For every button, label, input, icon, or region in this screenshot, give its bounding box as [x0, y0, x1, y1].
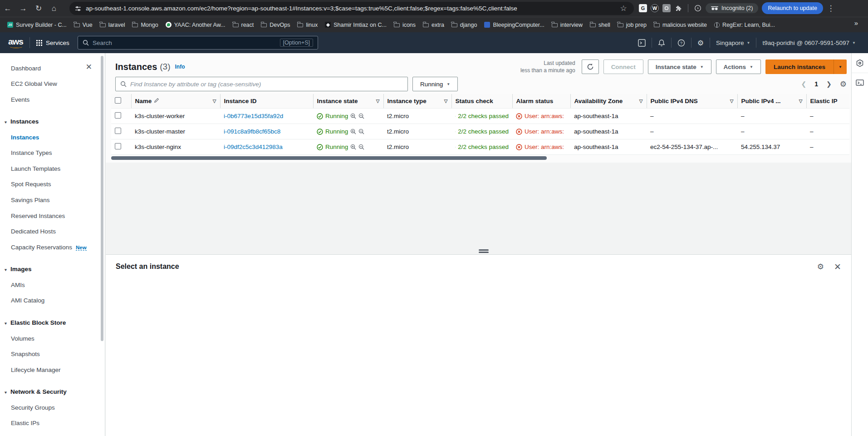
instance-id-link[interactable]: i-091c8a9fb8cf65bc8 [224, 128, 280, 135]
zoom-in-filter-icon[interactable] [350, 129, 356, 134]
next-page-icon[interactable]: ❯ [826, 80, 832, 88]
actions-button[interactable]: Actions▼ [716, 59, 761, 74]
current-page[interactable]: 1 [814, 80, 818, 88]
zoom-in-filter-icon[interactable] [350, 144, 356, 150]
col-name[interactable]: Name▽ [131, 94, 220, 109]
region-selector[interactable]: Singapore ▼ [710, 32, 756, 53]
sidebar-item[interactable]: ▼AMI Catalog [0, 293, 105, 309]
cloudshell-icon[interactable] [632, 32, 652, 53]
col-status-check[interactable]: Status check [451, 94, 512, 109]
sidebar-item[interactable]: ▼Security Groups [0, 400, 105, 416]
aws-logo[interactable]: aws [8, 37, 23, 49]
bookmark-item[interactable]: react [229, 20, 258, 30]
sidebar-item[interactable]: ▼AMIs [0, 277, 105, 293]
relaunch-to-update-button[interactable]: Relaunch to update [762, 2, 823, 14]
bookmark-item[interactable]: django [448, 20, 481, 30]
extensions-puzzle-icon[interactable] [674, 4, 682, 12]
sort-icon[interactable]: ▽ [376, 99, 380, 104]
bookmark-item[interactable]: Survey Builder - C... [4, 20, 70, 30]
state-filter-dropdown[interactable]: Running▼ [412, 77, 458, 91]
back-icon[interactable]: ← [0, 4, 15, 13]
sort-icon[interactable]: ▽ [639, 99, 643, 104]
sidebar-item[interactable]: ▼Images [0, 262, 105, 277]
home-icon[interactable]: ⌂ [46, 4, 62, 13]
sidebar-item[interactable]: ▼Dedicated Hosts [0, 224, 105, 240]
cloudshell-rail-icon[interactable] [852, 73, 868, 93]
sidebar-item[interactable]: ▼Reserved Instances [0, 208, 105, 224]
aws-search-box[interactable]: Search [Option+S] [78, 36, 318, 50]
instance-state-button[interactable]: Instance state▼ [648, 59, 711, 74]
panel-settings-gear-icon[interactable]: ⚙ [817, 262, 824, 271]
bookmark-item[interactable]: interview [548, 20, 586, 30]
bookmark-item[interactable]: malicious website [650, 20, 711, 30]
services-menu[interactable]: Services [36, 40, 69, 46]
sidebar-item[interactable]: ▼Savings Plans [0, 193, 105, 208]
extension-camera-icon[interactable] [662, 4, 671, 12]
prev-page-icon[interactable]: ❮ [801, 80, 806, 88]
sidebar-scrollbar[interactable] [101, 56, 103, 341]
account-menu[interactable]: t9aq-poridhi @ 0607-9591-5097 ▼ [756, 32, 862, 53]
bookmarks-overflow-icon[interactable]: » [851, 19, 862, 27]
bookmark-item[interactable]: shell [586, 20, 614, 30]
sidebar-item[interactable]: ▼Elastic Block Store [0, 315, 105, 331]
launch-instances-button[interactable]: Launch instances ▼ [765, 59, 847, 74]
row-checkbox[interactable] [115, 143, 121, 149]
col-public-ipv4[interactable]: Public IPv4 ...▽ [737, 94, 806, 109]
bookmark-item[interactable]: RegExr: Learn, Bui... [711, 20, 779, 30]
sidebar-item[interactable]: ▼Launch Templates [0, 161, 105, 177]
sort-icon[interactable]: ▽ [444, 99, 448, 104]
bookmark-star-icon[interactable]: ☆ [618, 4, 628, 13]
launch-instances-more-button[interactable]: ▼ [834, 59, 847, 74]
col-alarm-status[interactable]: Alarm status [512, 94, 570, 109]
sidebar-item[interactable]: ▼Network & Security [0, 384, 105, 400]
notifications-bell-icon[interactable] [652, 32, 671, 53]
sidebar-item[interactable]: ▼Instances [0, 129, 105, 145]
sort-icon[interactable]: ▽ [799, 99, 803, 104]
sidebar-item[interactable]: ▼Instances [0, 114, 105, 130]
sidebar-item[interactable]: ▼Events [0, 92, 105, 108]
select-all-checkbox[interactable] [115, 97, 121, 104]
zoom-out-filter-icon[interactable] [358, 129, 364, 134]
horizontal-scrollbar[interactable] [111, 155, 849, 160]
select-all-header[interactable] [111, 94, 131, 109]
table-settings-gear-icon[interactable]: ⚙ [840, 79, 847, 89]
bookmark-item[interactable]: YAAC: Another Aw... [162, 20, 229, 30]
sidebar-item[interactable]: ▼Spot Requests [0, 177, 105, 193]
bookmark-item[interactable]: Shamir Imtiaz on C... [321, 20, 390, 30]
sidebar-item[interactable]: ▼Instance Types [0, 145, 105, 161]
address-bar[interactable]: ap-southeast-1.console.aws.amazon.com/ec… [69, 2, 634, 15]
split-panel-drag-handle[interactable] [479, 249, 489, 253]
col-instance-id[interactable]: Instance ID [220, 94, 313, 109]
bookmark-item[interactable]: DevOps [257, 20, 294, 30]
flash-icon[interactable] [694, 4, 702, 12]
extension-w-icon[interactable]: W [651, 4, 659, 12]
instance-id-link[interactable]: i-09df2c5c3d412983a [224, 144, 283, 150]
sort-icon[interactable]: ▽ [730, 99, 734, 104]
col-instance-state[interactable]: Instance state▽ [313, 94, 383, 109]
zoom-out-filter-icon[interactable] [358, 144, 364, 150]
browser-menu-icon[interactable]: ⋮ [827, 4, 835, 13]
help-icon[interactable]: ? [672, 32, 691, 53]
sidebar-item[interactable]: ▼Volumes [0, 331, 105, 347]
sidebar-item[interactable]: ▼Lifecycle Manager [0, 362, 105, 378]
col-elastic-ip[interactable]: Elastic IP [806, 94, 849, 109]
col-instance-type[interactable]: Instance type▽ [383, 94, 451, 109]
info-link[interactable]: Info [175, 64, 185, 70]
extension-g-icon[interactable]: G [639, 4, 647, 12]
site-info-icon[interactable] [75, 5, 81, 12]
scrollbar-thumb[interactable] [111, 156, 547, 160]
resource-groups-icon[interactable] [852, 53, 868, 73]
bookmark-item[interactable]: icons [390, 20, 419, 30]
bookmark-item[interactable]: Mongo [128, 20, 162, 30]
row-checkbox[interactable] [115, 112, 121, 119]
col-availability-zone[interactable]: Availability Zone▽ [570, 94, 647, 109]
nav-settings-gear-icon[interactable]: ⚙ [691, 32, 710, 53]
sidebar-item[interactable]: ▼Capacity ReservationsNew [0, 239, 105, 255]
sidebar-item[interactable]: ▼Snapshots [0, 347, 105, 362]
bookmark-item[interactable]: job prep [614, 20, 650, 30]
panel-close-icon[interactable]: ✕ [834, 263, 841, 271]
zoom-in-filter-icon[interactable] [350, 113, 356, 119]
forward-icon[interactable]: → [15, 4, 31, 13]
instance-id-link[interactable]: i-0b6773e15d35fa92d [224, 113, 283, 119]
sidebar-item[interactable]: ▼EC2 Global View [0, 76, 105, 92]
